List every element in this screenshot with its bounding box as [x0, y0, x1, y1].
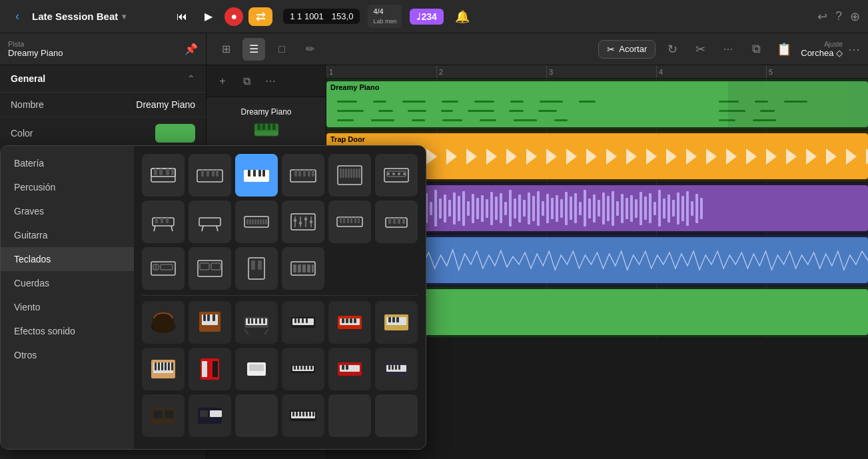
- icon-dark-synth-color[interactable]: [375, 348, 418, 390]
- category-bateria[interactable]: Batería: [1, 151, 134, 175]
- pin-icon[interactable]: 📌: [185, 43, 198, 55]
- svg-rect-109: [263, 318, 265, 324]
- icon-midi-controller[interactable]: [235, 201, 278, 243]
- help-icon[interactable]: ?: [835, 9, 842, 23]
- icon-synth-analog[interactable]: [142, 247, 185, 290]
- rewind-button[interactable]: ⏮: [171, 6, 193, 27]
- svg-rect-29: [342, 169, 344, 178]
- project-title: Late Session Beat ▾: [32, 11, 126, 22]
- loop-icon[interactable]: ↻: [661, 38, 683, 61]
- duplicate-icon[interactable]: ⧉: [745, 38, 767, 61]
- svg-rect-149: [310, 366, 312, 370]
- icon-upright-piano-color[interactable]: [189, 301, 231, 344]
- more-track-button[interactable]: ⋯: [261, 72, 280, 91]
- icon-synth-red-2-color[interactable]: [328, 348, 371, 390]
- count-in-value: ♩234: [416, 11, 436, 22]
- icon-workstation[interactable]: [189, 247, 231, 290]
- icon-dark-workstn-color[interactable]: [189, 394, 231, 437]
- icon-keyboard-selected[interactable]: [235, 154, 278, 197]
- icon-accordion-color[interactable]: [189, 348, 231, 390]
- icon-step-seq[interactable]: [282, 247, 324, 290]
- title-chevron-icon[interactable]: ▾: [122, 12, 126, 21]
- category-efectos[interactable]: Efectos sonido: [1, 319, 134, 343]
- add-icon[interactable]: ⊕: [850, 9, 860, 24]
- svg-rect-13: [207, 170, 209, 177]
- more-options-icon[interactable]: ⋯: [848, 42, 860, 57]
- cycle-button[interactable]: ⇄: [248, 7, 272, 26]
- svg-rect-22: [294, 170, 297, 177]
- svg-rect-117: [306, 318, 308, 323]
- svg-rect-78: [393, 218, 396, 224]
- category-cuerdas[interactable]: Cuerdas: [1, 271, 134, 295]
- category-guitarra[interactable]: Guitarra: [1, 223, 134, 247]
- acortar-button[interactable]: ✂ Acortar: [598, 40, 655, 59]
- icon-organ-color[interactable]: [142, 348, 185, 390]
- icon-synth-1[interactable]: [375, 154, 418, 197]
- icon-empty-3[interactable]: [375, 394, 418, 437]
- record-button[interactable]: ●: [224, 7, 243, 26]
- icon-keyboard-stand-2[interactable]: [189, 201, 231, 243]
- main-layout: General ⌃ Nombre Dreamy Piano Color Icon…: [0, 65, 868, 459]
- icon-keyboard-1[interactable]: [189, 154, 231, 197]
- track-row-1[interactable]: Dreamy Piano: [326, 79, 868, 131]
- icon-analog-color[interactable]: [142, 394, 185, 437]
- svg-rect-84: [161, 264, 173, 270]
- view-list-button[interactable]: ☰: [242, 38, 265, 61]
- icon-wide-synth-color[interactable]: [282, 394, 324, 437]
- icon-keyboard-wide[interactable]: [328, 201, 371, 243]
- icon-e-piano-color[interactable]: [235, 301, 278, 344]
- category-otros[interactable]: Otros: [1, 343, 134, 367]
- icon-stage-piano-color[interactable]: [282, 301, 324, 344]
- view-box-button[interactable]: □: [270, 38, 293, 61]
- icon-empty-2[interactable]: [328, 394, 371, 437]
- svg-rect-158: [395, 365, 397, 370]
- category-viento[interactable]: Viento: [1, 295, 134, 319]
- toolbar-area: ⊞ ☰ □ ✏ ✂ Acortar ↻ ✂ ⋯ ⧉ 📋 Ajuste Corch…: [207, 33, 868, 65]
- icon-vertical-keys[interactable]: [235, 247, 278, 290]
- icon-vintage-synth-color[interactable]: [375, 301, 418, 344]
- toolbar-right: ✂ Acortar ↻ ✂ ⋯ ⧉ 📋 Ajuste Corchea ◇ ⋯: [598, 38, 860, 61]
- ruler-mark-5: 5: [766, 65, 773, 78]
- svg-line-110: [244, 329, 248, 334]
- left-panel: General ⌃ Nombre Dreamy Piano Color Icon…: [0, 65, 207, 459]
- icon-keyboard-2[interactable]: [282, 154, 324, 197]
- position-value: 1 1 1001: [290, 11, 324, 21]
- svg-rect-100: [203, 314, 206, 321]
- svg-rect-81: [151, 262, 175, 275]
- view-pen-button[interactable]: ✏: [298, 38, 321, 61]
- icon-keyboard-stand[interactable]: [142, 201, 185, 243]
- icon-mixer[interactable]: [282, 201, 324, 243]
- metronome-button[interactable]: 🔔: [452, 6, 473, 27]
- view-grid-button[interactable]: ⊞: [215, 38, 237, 61]
- color-swatch[interactable]: [155, 124, 195, 143]
- svg-rect-102: [213, 314, 215, 321]
- category-teclados[interactable]: Teclados: [1, 247, 134, 271]
- icon-organ[interactable]: [328, 154, 371, 197]
- count-in-display[interactable]: ♩234: [410, 9, 443, 25]
- icon-grand-piano[interactable]: [142, 154, 185, 197]
- nombre-value[interactable]: Dreamy Piano: [136, 99, 195, 110]
- icon-white-box-color[interactable]: [235, 348, 278, 390]
- icon-thin-keyboard-color[interactable]: [282, 348, 324, 390]
- svg-rect-93: [298, 264, 301, 272]
- play-button[interactable]: ▶: [198, 6, 219, 27]
- back-button[interactable]: ‹: [8, 7, 27, 26]
- category-graves[interactable]: Graves: [1, 199, 134, 223]
- icon-empty-1[interactable]: [235, 394, 278, 437]
- add-track-button[interactable]: +: [213, 72, 232, 91]
- icon-grand-piano-color[interactable]: [142, 301, 185, 344]
- cut-icon[interactable]: ✂: [689, 38, 711, 61]
- svg-rect-156: [388, 365, 390, 370]
- paste-icon[interactable]: 📋: [773, 38, 795, 61]
- svg-rect-9: [166, 169, 169, 175]
- track-item-1[interactable]: Dreamy Piano: [207, 97, 326, 149]
- copy-track-button[interactable]: ⧉: [237, 72, 256, 91]
- undo-icon[interactable]: ↩: [817, 9, 827, 24]
- icon-red-synth-color[interactable]: [328, 301, 371, 344]
- region-piano-copy[interactable]: [708, 81, 868, 127]
- icon-keyboard-mini[interactable]: [375, 201, 418, 243]
- region-piano-main[interactable]: Dreamy Piano: [326, 81, 728, 127]
- general-chevron-icon[interactable]: ⌃: [187, 73, 195, 84]
- split-icon[interactable]: ⋯: [717, 38, 739, 61]
- category-percusion[interactable]: Percusión: [1, 175, 134, 199]
